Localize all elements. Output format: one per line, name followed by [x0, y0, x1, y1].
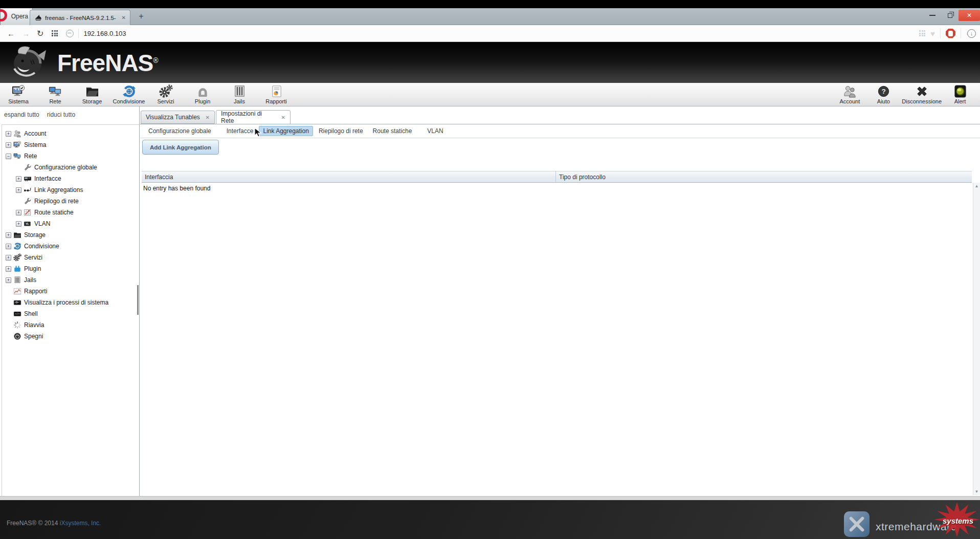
restore-button[interactable]: [941, 10, 959, 20]
processes-icon: [13, 298, 21, 307]
tab-close-icon[interactable]: ✕: [122, 15, 126, 20]
tree-item-plugin[interactable]: + Plugin: [2, 263, 139, 274]
extensions-grid-icon[interactable]: [919, 30, 925, 36]
collapse-all-link[interactable]: riduci tutto: [47, 111, 75, 118]
subtab-riepilogo-di-rete[interactable]: Riepilogo di rete: [315, 126, 367, 136]
subtab-vlan[interactable]: VLAN: [423, 126, 447, 136]
tree-item-processi-di-sistema[interactable]: Visualizza i processi di sistema: [2, 297, 139, 308]
sidebar-scrollbar-thumb[interactable]: [137, 285, 139, 315]
toolbar-item-aiuto[interactable]: Aiuto: [866, 83, 900, 106]
tree-item-riepilogo-di-rete[interactable]: Riepilogo di rete: [2, 196, 139, 207]
toolbar-item-condivisione[interactable]: Condivisione: [110, 83, 147, 106]
subtab-link-aggregation[interactable]: Link Aggregation: [259, 126, 313, 136]
content-scrollbar[interactable]: ▲ ▼: [973, 183, 980, 495]
toolbar-right-group: Account Aiuto Disconnessione Alert: [833, 83, 980, 106]
expander-icon[interactable]: +: [6, 244, 11, 249]
expander-icon[interactable]: +: [6, 255, 11, 261]
collapse-expander-icon[interactable]: −: [6, 154, 11, 159]
new-tab-button[interactable]: +: [135, 11, 147, 22]
tree-item-spegni[interactable]: Spegni: [2, 331, 139, 342]
expander-icon[interactable]: +: [16, 210, 21, 215]
route-icon: [24, 208, 32, 217]
toolbar-item-sistema[interactable]: Sistema: [0, 83, 37, 106]
expand-all-link[interactable]: espandi tutto: [4, 111, 39, 118]
link-aggregation-icon: [24, 186, 32, 194]
subtab-route-statiche[interactable]: Route statiche: [369, 126, 416, 136]
expander-icon[interactable]: +: [6, 277, 11, 283]
toolbar-item-jails[interactable]: Jails: [221, 83, 258, 106]
add-link-aggregation-button[interactable]: Add Link Aggregation: [142, 140, 219, 155]
content-tab-strip: Visualizza Tunables ✕ Impostazioni di Re…: [140, 106, 980, 124]
reload-button[interactable]: ↻: [37, 29, 43, 38]
minimize-button[interactable]: [924, 10, 941, 20]
expander-icon[interactable]: +: [6, 131, 11, 137]
tab-visualizza-tunables[interactable]: Visualizza Tunables ✕: [141, 111, 215, 124]
tree-item-vlan[interactable]: + VLAN: [2, 218, 139, 229]
tab-impostazioni-di-rete[interactable]: Impostazioni di Rete ✕: [216, 110, 291, 124]
minimize-icon: [929, 15, 936, 16]
column-header-tipo-di-protocollo[interactable]: Tipo di protocollo: [556, 171, 972, 182]
url-text[interactable]: 192.168.0.103: [83, 30, 126, 37]
tree-item-condivisione[interactable]: + Condivisione: [2, 241, 139, 252]
toolbar-item-alert[interactable]: Alert: [943, 83, 977, 106]
system-icon: [13, 141, 21, 149]
vlan-icon: [24, 220, 32, 228]
scroll-down-icon[interactable]: ▼: [975, 489, 979, 494]
ixsystems-link[interactable]: iXsystems, Inc.: [60, 520, 101, 527]
wrench-icon: [24, 163, 32, 171]
expander-icon[interactable]: +: [16, 221, 21, 227]
url-field[interactable]: 192.168.0.103: [66, 29, 911, 38]
blocker-badge-icon[interactable]: [946, 29, 955, 38]
tree-item-interfacce[interactable]: + Interfacce: [2, 173, 139, 184]
toolbar-left-group: Sistema Rete Storage Condivisione Serviz…: [0, 83, 295, 106]
reboot-icon: [13, 321, 21, 329]
tree-item-servizi[interactable]: + Servizi: [2, 252, 139, 263]
tree-item-riavvia[interactable]: Riavvia: [2, 319, 139, 331]
toolbar-item-servizi[interactable]: Servizi: [147, 83, 184, 106]
storage-icon: [13, 231, 21, 239]
forward-button[interactable]: →: [22, 29, 30, 38]
tab-close-icon[interactable]: ✕: [201, 115, 210, 120]
browser-tab-title: freenas - FreeNAS-9.2.1.5-: [45, 15, 119, 21]
tree-item-route-statiche[interactable]: + Route statiche: [2, 207, 139, 218]
back-button[interactable]: ←: [7, 29, 15, 38]
toolbar-item-storage[interactable]: Storage: [74, 83, 110, 106]
tree-item-shell[interactable]: Shell: [2, 308, 139, 319]
subtab-configurazione-globale[interactable]: Configurazione globale: [144, 126, 215, 136]
tree-item-rapporti[interactable]: Rapporti: [2, 286, 139, 297]
expander-icon[interactable]: +: [6, 142, 11, 148]
alert-icon: [953, 84, 967, 98]
toolbar-item-rapporti[interactable]: Rapporti: [258, 83, 295, 106]
scroll-up-icon[interactable]: ▲: [975, 184, 979, 188]
toolbar-item-plugin[interactable]: Plugin: [184, 83, 221, 106]
column-header-interfaccia[interactable]: Interfaccia: [142, 171, 556, 182]
toolbar-item-rete[interactable]: Rete: [37, 83, 74, 106]
download-icon[interactable]: ↓: [967, 29, 976, 38]
site-info-icon[interactable]: [66, 30, 74, 37]
close-window-button[interactable]: ✕: [959, 10, 980, 21]
toolbar-item-disconnessione[interactable]: Disconnessione: [900, 83, 943, 106]
tree-item-account[interactable]: + Account: [2, 128, 139, 139]
plugin-icon: [13, 265, 21, 273]
users-icon: [13, 130, 21, 138]
tab-close-icon[interactable]: ✕: [276, 115, 285, 120]
expander-icon[interactable]: +: [16, 187, 21, 193]
subtab-interfacce[interactable]: Interfacce: [222, 126, 258, 136]
sharing-icon: [13, 242, 21, 250]
expander-icon[interactable]: +: [6, 266, 11, 272]
tree-item-sistema[interactable]: + Sistema: [2, 139, 139, 150]
tree-item-rete[interactable]: − Rete: [2, 150, 139, 162]
browser-tab-active[interactable]: freenas - FreeNAS-9.2.1.5- ✕: [30, 10, 130, 25]
expander-icon[interactable]: +: [6, 232, 11, 238]
tree-item-link-aggregations[interactable]: + Link Aggregations: [2, 184, 139, 196]
watermark-suffix: systems: [943, 516, 973, 525]
tree-item-jails[interactable]: + Jails: [2, 274, 139, 286]
bookmark-heart-icon[interactable]: ♥: [930, 29, 935, 38]
expander-icon[interactable]: +: [16, 176, 21, 182]
speed-dial-icon[interactable]: [52, 30, 58, 36]
freenas-shark-logo-icon: [4, 45, 53, 79]
network-icon: [13, 152, 21, 160]
tree-item-configurazione-globale[interactable]: Configurazione globale: [2, 162, 139, 173]
toolbar-item-account[interactable]: Account: [833, 83, 866, 106]
tree-item-storage[interactable]: + Storage: [2, 229, 139, 241]
